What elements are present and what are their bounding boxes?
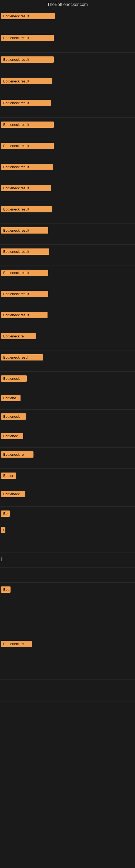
list-item: Bottleneck result <box>0 287 135 308</box>
bottleneck-result-badge[interactable]: Bottleneck result <box>1 143 54 149</box>
list-item: Bottleneck re <box>0 637 135 658</box>
bottleneck-result-badge[interactable]: Bottleneck result <box>1 35 54 41</box>
bottleneck-result-badge[interactable]: Bottleneck <box>1 491 26 497</box>
list-item: Bottleneck result <box>0 139 135 160</box>
list-item: Bottleneck result <box>0 160 135 181</box>
list-item <box>0 680 135 702</box>
list-item: Bottleneck result <box>0 31 135 53</box>
bottleneck-result-badge[interactable]: Bottler <box>1 472 16 479</box>
list-item: Bottleneck <box>0 410 135 429</box>
bottleneck-result-badge[interactable]: Bo <box>1 510 10 517</box>
list-item: Bottleneck result <box>0 53 135 74</box>
bottleneck-result-badge[interactable]: Bottleneck result <box>1 312 48 318</box>
list-item: Bottleneck <box>0 487 135 507</box>
list-item: Bottleneck result <box>0 245 135 266</box>
bottleneck-result-badge[interactable]: Bottlene <box>1 395 20 401</box>
list-item: Bottleneck result <box>0 9 135 31</box>
list-item: Bottleneck result <box>0 74 135 96</box>
list-item: Bottleneck result <box>0 203 135 223</box>
bottleneck-result-badge[interactable]: Bottleneck re <box>1 452 34 458</box>
list-item <box>0 538 135 553</box>
list-item <box>0 658 135 680</box>
bottleneck-result-badge[interactable]: Bottleneck result <box>1 248 49 255</box>
list-item: Bo <box>0 507 135 523</box>
list-item: Bottleneck result <box>0 118 135 139</box>
list-item <box>0 599 135 618</box>
bottleneck-result-badge[interactable]: Bot <box>1 586 10 593</box>
bottleneck-result-badge[interactable]: Bottleneck result <box>1 185 51 191</box>
bottleneck-result-badge[interactable]: Bottleneck result <box>1 164 53 170</box>
bottleneck-result-badge[interactable]: Bottleneck result <box>1 206 52 212</box>
bottleneck-result-badge[interactable]: Bottleneck result <box>1 78 52 84</box>
list-item: Bottleneck <box>0 372 135 391</box>
list-item: Bottleneck result <box>0 181 135 203</box>
list-item: Bottler <box>0 469 135 487</box>
cursor-indicator: | <box>1 557 2 561</box>
list-item: Bottleneck re <box>0 329 135 350</box>
list-item: Bottlene <box>0 391 135 410</box>
list-item: | <box>0 553 135 568</box>
list-item: Bottleneck resul <box>0 350 135 372</box>
list-item <box>0 702 135 723</box>
list-item: Bottlenec <box>0 429 135 447</box>
list-item: Bottleneck result <box>0 223 135 245</box>
site-title: TheBottlenecker.com <box>0 0 135 9</box>
bottleneck-result-badge[interactable]: Bottleneck result <box>1 270 48 276</box>
bottleneck-result-badge[interactable]: Bottleneck result <box>1 227 48 234</box>
bottleneck-result-badge[interactable]: Bottleneck <box>1 413 26 420</box>
bottleneck-result-badge[interactable]: Bottleneck result <box>1 13 55 19</box>
list-item <box>0 618 135 637</box>
bottleneck-result-badge[interactable]: Bottleneck result <box>1 100 51 106</box>
bottleneck-result-badge[interactable]: Bottleneck result <box>1 122 54 128</box>
list-item: Bottleneck result <box>0 266 135 287</box>
list-item <box>0 568 135 583</box>
bottleneck-result-badge[interactable]: Bottleneck re <box>1 333 36 339</box>
bottleneck-result-badge[interactable]: Bottleneck re <box>1 641 32 647</box>
bottleneck-result-badge[interactable]: Bottleneck result <box>1 291 48 297</box>
bottleneck-result-badge[interactable]: Bottleneck <box>1 375 27 382</box>
list-item: Bottleneck result <box>0 96 135 118</box>
list-item: Bottleneck re <box>0 447 135 469</box>
list-item: B <box>0 523 135 538</box>
list-item: Bottleneck result <box>0 308 135 329</box>
bottleneck-result-badge[interactable]: Bottlenec <box>1 433 23 439</box>
bottleneck-result-badge[interactable]: B <box>1 527 5 533</box>
bottleneck-result-badge[interactable]: Bottleneck result <box>1 56 54 63</box>
list-item: Bot <box>0 583 135 599</box>
bottleneck-result-badge[interactable]: Bottleneck resul <box>1 354 43 361</box>
